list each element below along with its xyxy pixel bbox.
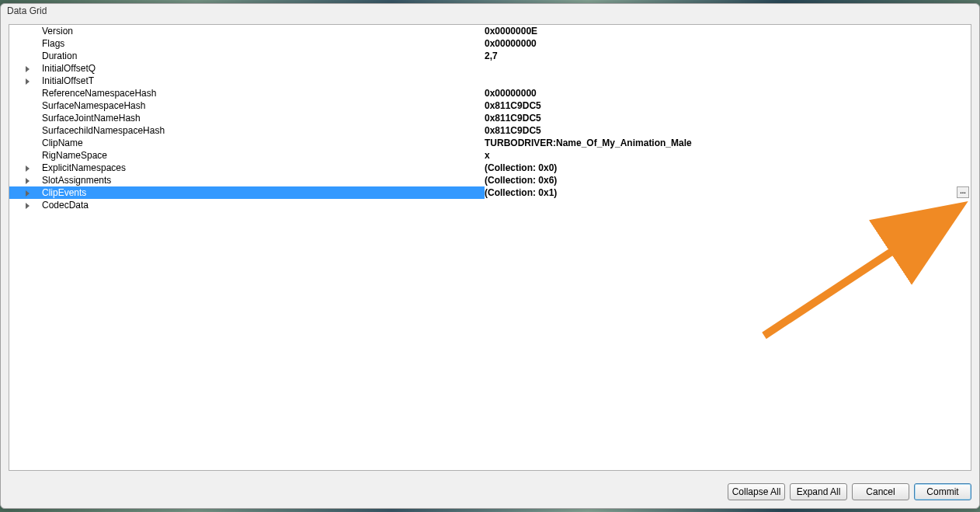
property-value[interactable]: 0x811C9DC5 bbox=[485, 124, 971, 137]
expand-toggle-icon[interactable] bbox=[9, 75, 33, 87]
property-value[interactable]: 0x00000000 bbox=[485, 87, 971, 99]
cancel-button[interactable]: Cancel bbox=[852, 483, 909, 500]
collapse-all-button[interactable]: Collapse All bbox=[728, 483, 785, 500]
property-row[interactable]: SurfaceJointNameHash0x811C9DC5 bbox=[9, 112, 971, 124]
property-value[interactable]: 0x0000000E bbox=[485, 25, 971, 37]
chevron-right-icon bbox=[26, 66, 30, 72]
property-label: SurfacechildNamespaceHash bbox=[33, 124, 485, 137]
property-value[interactable]: 0x00000000 bbox=[485, 37, 971, 50]
expand-spacer bbox=[9, 37, 33, 50]
expand-toggle-icon[interactable] bbox=[9, 186, 33, 199]
property-label: Flags bbox=[33, 37, 485, 50]
property-grid: Version0x0000000EFlags0x00000000Duration… bbox=[9, 25, 971, 470]
expand-spacer bbox=[9, 137, 33, 149]
expand-toggle-icon[interactable] bbox=[9, 162, 33, 174]
property-value[interactable]: TURBODRIVER:Name_Of_My_Animation_Male bbox=[485, 137, 971, 149]
property-label: SurfaceNamespaceHash bbox=[33, 99, 485, 112]
property-row[interactable]: InitialOffsetT bbox=[9, 75, 971, 87]
expand-toggle-icon[interactable] bbox=[9, 62, 33, 75]
expand-spacer bbox=[9, 99, 33, 112]
property-value[interactable] bbox=[485, 199, 971, 211]
property-value[interactable]: (Collection: 0x0) bbox=[485, 162, 971, 174]
chevron-right-icon bbox=[26, 203, 30, 209]
property-value[interactable] bbox=[485, 62, 971, 75]
property-row[interactable]: ClipEvents(Collection: 0x1)... bbox=[9, 186, 971, 199]
property-value[interactable]: (Collection: 0x1)... bbox=[485, 186, 971, 199]
property-row[interactable]: Flags0x00000000 bbox=[9, 37, 971, 50]
property-row[interactable]: CodecData bbox=[9, 199, 971, 211]
property-row[interactable]: ExplicitNamespaces(Collection: 0x0) bbox=[9, 162, 971, 174]
dialog-button-row: Collapse All Expand All Cancel Commit bbox=[1, 477, 979, 508]
expand-spacer bbox=[9, 50, 33, 62]
ellipsis-button[interactable]: ... bbox=[957, 186, 969, 198]
property-label: InitialOffsetT bbox=[33, 75, 485, 87]
window-title: Data Grid bbox=[1, 4, 979, 19]
commit-button[interactable]: Commit bbox=[914, 483, 971, 500]
chevron-right-icon bbox=[26, 165, 30, 172]
property-label: Duration bbox=[33, 50, 485, 62]
expand-spacer bbox=[9, 112, 33, 124]
expand-toggle-icon[interactable] bbox=[9, 199, 33, 211]
expand-spacer bbox=[9, 124, 33, 137]
property-label: InitialOffsetQ bbox=[33, 62, 485, 75]
expand-spacer bbox=[9, 87, 33, 99]
property-label: SurfaceJointNameHash bbox=[33, 112, 485, 124]
property-row[interactable]: ReferenceNamespaceHash0x00000000 bbox=[9, 87, 971, 99]
property-row[interactable]: InitialOffsetQ bbox=[9, 62, 971, 75]
property-label: ExplicitNamespaces bbox=[33, 162, 485, 174]
property-value[interactable]: x bbox=[485, 149, 971, 162]
chevron-right-icon bbox=[26, 78, 30, 85]
expand-spacer bbox=[9, 149, 33, 162]
property-row[interactable]: SurfaceNamespaceHash0x811C9DC5 bbox=[9, 99, 971, 112]
expand-all-button[interactable]: Expand All bbox=[790, 483, 847, 500]
property-label: ClipName bbox=[33, 137, 485, 149]
property-row[interactable]: SlotAssignments(Collection: 0x6) bbox=[9, 174, 971, 186]
property-label: ClipEvents bbox=[33, 186, 485, 199]
property-value[interactable]: 2,7 bbox=[485, 50, 971, 62]
property-row[interactable]: Duration2,7 bbox=[9, 50, 971, 62]
property-label: SlotAssignments bbox=[33, 174, 485, 186]
property-row[interactable]: Version0x0000000E bbox=[9, 25, 971, 37]
property-row[interactable]: SurfacechildNamespaceHash0x811C9DC5 bbox=[9, 124, 971, 137]
expand-toggle-icon[interactable] bbox=[9, 174, 33, 186]
property-label: Version bbox=[33, 25, 485, 37]
chevron-right-icon bbox=[26, 190, 30, 197]
chevron-right-icon bbox=[26, 178, 30, 184]
property-label: RigNameSpace bbox=[33, 149, 485, 162]
expand-spacer bbox=[9, 25, 33, 37]
property-label: ReferenceNamespaceHash bbox=[33, 87, 485, 99]
data-grid-dialog: Data Grid Version0x0000000EFlags0x000000… bbox=[0, 3, 980, 509]
property-value[interactable]: 0x811C9DC5 bbox=[485, 112, 971, 124]
property-value[interactable]: (Collection: 0x6) bbox=[485, 174, 971, 186]
property-value[interactable]: 0x811C9DC5 bbox=[485, 99, 971, 112]
property-label: CodecData bbox=[33, 199, 485, 211]
property-value[interactable] bbox=[485, 75, 971, 87]
property-row[interactable]: ClipNameTURBODRIVER:Name_Of_My_Animation… bbox=[9, 137, 971, 149]
grid-container: Version0x0000000EFlags0x00000000Duration… bbox=[9, 24, 971, 471]
property-row[interactable]: RigNameSpacex bbox=[9, 149, 971, 162]
